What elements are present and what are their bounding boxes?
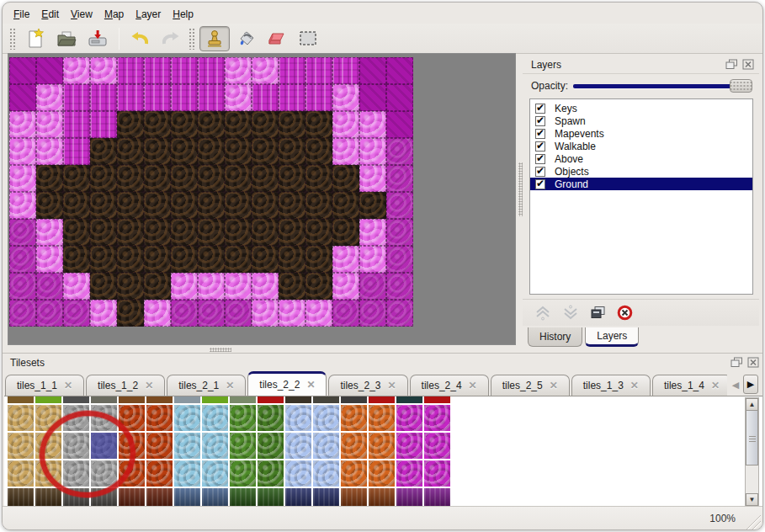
tileset-tile[interactable] <box>258 460 284 487</box>
map-tile[interactable] <box>90 84 117 111</box>
tileset-tab-tiles_2_5[interactable]: tiles_2_5✕ <box>491 375 570 396</box>
layer-row-spawn[interactable]: Spawn <box>530 114 752 127</box>
layer-row-mapevents[interactable]: Mapevents <box>530 127 752 140</box>
tileset-tile-partial[interactable] <box>202 488 228 506</box>
layer-row-walkable[interactable]: Walkable <box>530 140 752 152</box>
raise-layer-icon[interactable] <box>534 305 551 321</box>
float-panel-icon[interactable] <box>725 59 738 70</box>
map-tile[interactable] <box>9 219 36 246</box>
map-tile[interactable] <box>144 192 171 219</box>
menu-item-file[interactable]: File <box>8 7 35 22</box>
map-tile[interactable] <box>117 192 144 219</box>
map-tile[interactable] <box>305 273 332 300</box>
map-tile[interactable] <box>198 138 225 165</box>
dock-tab-layers[interactable]: Layers <box>585 327 639 347</box>
scroll-up-button[interactable]: ▲ <box>746 398 758 411</box>
map-tile[interactable] <box>36 57 63 84</box>
tileset-tile-partial[interactable] <box>174 396 200 403</box>
tileset-tile-partial[interactable] <box>146 396 173 403</box>
redo-button[interactable] <box>156 26 186 51</box>
map-tile[interactable] <box>9 165 36 192</box>
toolbar-grip[interactable] <box>9 28 15 50</box>
tileset-tile[interactable] <box>8 433 34 459</box>
tileset-tile[interactable] <box>341 460 367 487</box>
tileset-tile[interactable] <box>174 433 200 459</box>
map-tile[interactable] <box>36 84 63 111</box>
tileset-tile-partial[interactable] <box>174 488 200 506</box>
map-tile[interactable] <box>36 300 63 327</box>
tileset-tile[interactable] <box>369 405 395 431</box>
map-tile[interactable] <box>144 300 171 327</box>
tileset-tile[interactable] <box>396 433 422 459</box>
map-tile[interactable] <box>144 273 171 300</box>
tileset-tab-tiles_2_2[interactable]: tiles_2_2✕ <box>247 371 327 396</box>
map-tile[interactable] <box>279 111 305 138</box>
map-tile[interactable] <box>198 246 225 273</box>
map-tile[interactable] <box>117 57 144 84</box>
map-tile[interactable] <box>9 273 36 300</box>
save-button[interactable] <box>82 26 113 51</box>
tileset-tile[interactable] <box>230 460 256 487</box>
scroll-down-button[interactable]: ▼ <box>746 493 758 506</box>
map-tile[interactable] <box>117 165 144 192</box>
fill-tool-button[interactable] <box>231 26 261 51</box>
map-tile[interactable] <box>279 84 305 111</box>
map-tile[interactable] <box>36 165 63 192</box>
resize-grip[interactable] <box>746 514 761 529</box>
menu-item-view[interactable]: View <box>65 7 98 22</box>
map-tile[interactable] <box>305 111 332 138</box>
menu-item-edit[interactable]: Edit <box>35 7 65 22</box>
new-button[interactable] <box>20 26 50 51</box>
map-tile[interactable] <box>198 192 225 219</box>
tileset-tab-tiles_2_4[interactable]: tiles_2_4✕ <box>410 375 489 396</box>
map-tile[interactable] <box>63 111 90 138</box>
tileset-tile-partial[interactable] <box>396 488 422 506</box>
tileset-tile[interactable] <box>285 460 311 487</box>
menu-item-layer[interactable]: Layer <box>130 7 167 22</box>
map-tile[interactable] <box>171 57 198 84</box>
tileset-tab-tiles_2_1[interactable]: tiles_2_1✕ <box>167 375 246 396</box>
map-tile[interactable] <box>9 111 36 138</box>
map-tile[interactable] <box>225 84 252 111</box>
tileset-scrollbar[interactable]: ▲ ▼ <box>745 397 759 507</box>
map-tile[interactable] <box>144 84 171 111</box>
map-tile[interactable] <box>386 138 413 165</box>
map-tile[interactable] <box>359 300 386 327</box>
map-tile[interactable] <box>359 57 386 84</box>
map-tile[interactable] <box>171 246 198 273</box>
tab-close-icon[interactable]: ✕ <box>550 380 558 391</box>
map-tile[interactable] <box>90 57 117 84</box>
map-tile[interactable] <box>117 111 144 138</box>
map-tile[interactable] <box>90 192 117 219</box>
tileset-tile[interactable] <box>313 405 339 431</box>
map-tile[interactable] <box>9 84 36 111</box>
eraser-tool-button[interactable] <box>262 26 292 51</box>
map-tile[interactable] <box>90 219 117 246</box>
map-tile[interactable] <box>171 300 198 327</box>
tileset-tile[interactable] <box>369 460 395 487</box>
menu-item-map[interactable]: Map <box>98 7 130 22</box>
map-tile[interactable] <box>332 300 359 327</box>
tileset-tile-partial[interactable] <box>396 396 422 403</box>
tileset-tile[interactable] <box>8 405 34 431</box>
map-tile[interactable] <box>386 246 413 273</box>
map-tile[interactable] <box>252 246 279 273</box>
layer-visibility-checkbox[interactable] <box>535 141 545 152</box>
map-tile[interactable] <box>359 273 386 300</box>
map-tile[interactable] <box>63 138 90 165</box>
map-tile[interactable] <box>63 219 90 246</box>
tileset-tile-partial[interactable] <box>8 488 34 506</box>
map-tile[interactable] <box>252 300 279 327</box>
map-tile[interactable] <box>36 273 63 300</box>
map-tile[interactable] <box>359 192 386 219</box>
map-tile[interactable] <box>63 84 90 111</box>
map-tile[interactable] <box>386 111 413 138</box>
map-tile[interactable] <box>332 84 359 111</box>
map-tile[interactable] <box>332 111 359 138</box>
map-tile[interactable] <box>225 192 252 219</box>
close-panel-icon[interactable] <box>742 59 754 70</box>
map-tile[interactable] <box>386 219 413 246</box>
map-tile[interactable] <box>359 246 386 273</box>
tileset-tile-partial[interactable] <box>341 488 367 506</box>
map-tile[interactable] <box>225 111 252 138</box>
